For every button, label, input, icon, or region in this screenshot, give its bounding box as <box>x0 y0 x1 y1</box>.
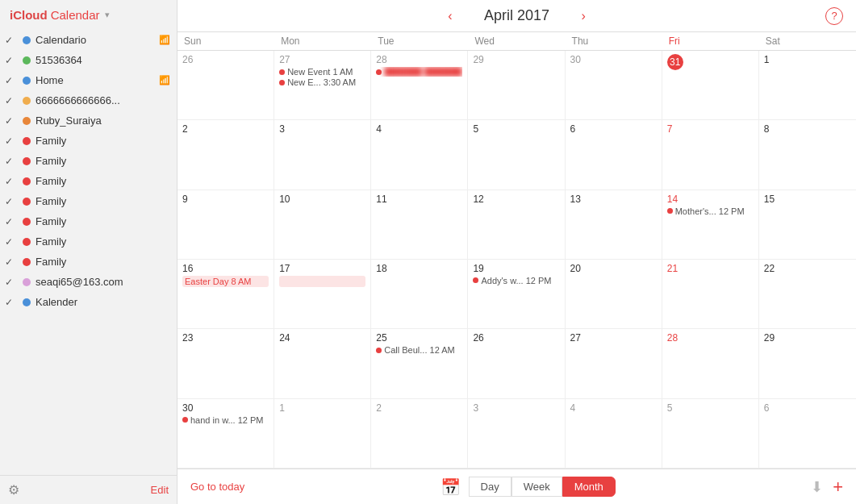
day-cell[interactable]: 28██████ ██████ <box>371 51 468 119</box>
day-cell[interactable]: 27New Event 1 AMNew E... 3:30 AM <box>274 51 371 119</box>
calendar-icon[interactable]: 📅 <box>441 477 461 497</box>
day-cell[interactable]: 5 <box>662 399 759 468</box>
day-cell[interactable]: 25Call Beul... 12 AM <box>371 329 468 398</box>
gear-icon[interactable]: ⚙ <box>8 482 19 498</box>
chevron-down-icon[interactable]: ▾ <box>105 10 110 20</box>
sidebar-item-ruby[interactable]: ✓ Ruby_Suraiya <box>0 110 177 131</box>
event[interactable]: ██████ ██████ <box>376 67 462 77</box>
day-cell[interactable]: 18 <box>371 260 468 328</box>
day-cell[interactable]: 2 <box>371 399 468 468</box>
sidebar-item-label: Family <box>35 195 170 207</box>
sidebar-item-calendario[interactable]: ✓ Calendario 📶 <box>0 30 177 50</box>
sidebar-item-seaqi[interactable]: ✓ seaqi65@163.com <box>0 272 177 292</box>
week-view-button[interactable]: Week <box>512 477 562 497</box>
day-cell[interactable]: 3 <box>468 399 565 468</box>
day-number: 15 <box>764 194 851 205</box>
add-event-button[interactable]: + <box>833 477 843 498</box>
event[interactable]: hand in w... 12 PM <box>182 415 269 425</box>
event[interactable]: Mother's... 12 PM <box>667 206 754 216</box>
day-cell[interactable]: 19Addy's w... 12 PM <box>468 260 565 328</box>
sidebar-item-family7[interactable]: ✓ Family <box>0 252 177 272</box>
check-icon: ✓ <box>5 297 18 308</box>
day-number: 4 <box>570 402 657 414</box>
event[interactable]: Easter Day 8 AM <box>182 276 269 287</box>
day-cell[interactable]: 8 <box>759 120 856 189</box>
month-view-button[interactable]: Month <box>562 477 616 497</box>
sidebar-item-family4[interactable]: ✓ Family <box>0 191 177 211</box>
day-cell[interactable]: 30 <box>566 51 662 119</box>
event[interactable]: New Event 1 AM <box>279 67 365 77</box>
day-cell[interactable]: 29 <box>759 329 856 398</box>
day-cell[interactable]: 1 <box>759 51 856 119</box>
calendar-brand: Calendar <box>51 8 100 22</box>
calendar-dot <box>23 77 31 85</box>
day-cell[interactable]: 1 <box>274 399 371 468</box>
week-row-3: 16Easter Day 8 AM171819Addy's w... 12 PM… <box>177 260 856 329</box>
download-icon[interactable]: ⬇ <box>811 478 823 496</box>
day-cell[interactable]: 13 <box>566 190 662 259</box>
day-cell[interactable]: 6 <box>566 120 662 189</box>
sidebar-item-family2[interactable]: ✓ Family <box>0 151 177 171</box>
sidebar-item-66666[interactable]: ✓ 6666666666666... <box>0 90 177 110</box>
sidebar-item-family6[interactable]: ✓ Family <box>0 231 177 252</box>
calendar-dot <box>23 157 31 165</box>
sidebar-item-family5[interactable]: ✓ Family <box>0 211 177 231</box>
sidebar-header: iCloud Calendar ▾ <box>0 0 177 27</box>
sidebar-item-label: 51536364 <box>35 54 170 66</box>
day-cell[interactable]: 31 <box>662 51 759 119</box>
help-button[interactable]: ? <box>825 7 843 25</box>
day-cell[interactable]: 15 <box>759 190 856 259</box>
sidebar-item-family3[interactable]: ✓ Family <box>0 171 177 191</box>
day-cell[interactable]: 29 <box>468 51 565 119</box>
event-text: hand in w... 12 PM <box>190 415 264 425</box>
day-cell[interactable]: 23 <box>177 329 274 398</box>
sidebar-item-home[interactable]: ✓ Home 📶 <box>0 70 177 90</box>
calendar-dot <box>23 56 31 65</box>
day-cell[interactable]: 28 <box>662 329 759 398</box>
day-cell[interactable]: 26 <box>468 329 565 398</box>
event-text: New E... 3:30 AM <box>287 77 356 87</box>
day-cell[interactable]: 14Mother's... 12 PM <box>662 190 759 259</box>
day-cell[interactable]: 4 <box>566 399 662 468</box>
day-cell[interactable]: 6 <box>759 399 856 468</box>
go-to-today-button[interactable]: Go to today <box>190 481 244 493</box>
day-cell[interactable]: 27 <box>566 329 662 398</box>
calendar-dot <box>23 298 31 306</box>
day-headers-row: SunMonTueWedThuFriSat <box>177 32 856 51</box>
day-cell[interactable]: 17 <box>274 260 371 328</box>
day-number: 24 <box>279 332 365 344</box>
day-cell[interactable]: 4 <box>371 120 468 189</box>
day-cell[interactable]: 30hand in w... 12 PM <box>177 399 274 468</box>
event-text: Call Beul... 12 AM <box>384 345 454 355</box>
day-cell[interactable]: 5 <box>468 120 565 189</box>
sidebar-item-kalender[interactable]: ✓ Kalender <box>0 292 177 312</box>
day-cell[interactable]: 12 <box>468 190 565 259</box>
day-cell[interactable]: 3 <box>274 120 371 189</box>
sidebar-item-family1[interactable]: ✓ Family <box>0 131 177 151</box>
prev-month-button[interactable]: ‹ <box>440 9 460 23</box>
day-cell[interactable]: 10 <box>274 190 371 259</box>
day-view-button[interactable]: Day <box>469 477 512 497</box>
day-cell[interactable]: 24 <box>274 329 371 398</box>
event[interactable]: New E... 3:30 AM <box>279 77 365 87</box>
event-dot <box>279 80 285 85</box>
day-cell[interactable]: 2 <box>177 120 274 189</box>
week-row-0: 2627New Event 1 AMNew E... 3:30 AM28████… <box>177 51 856 120</box>
day-cell[interactable]: 20 <box>566 260 662 328</box>
day-cell[interactable]: 16Easter Day 8 AM <box>177 260 274 328</box>
edit-button[interactable]: Edit <box>151 484 169 496</box>
next-month-button[interactable]: › <box>574 9 594 23</box>
day-number: 1 <box>764 54 851 65</box>
day-cell[interactable]: 22 <box>759 260 856 328</box>
day-cell[interactable]: 7 <box>662 120 759 189</box>
day-cell[interactable]: 11 <box>371 190 468 259</box>
week-row-5: 30hand in w... 12 PM123456 <box>177 399 856 469</box>
day-cell[interactable]: 21 <box>662 260 759 328</box>
day-cell[interactable]: 26 <box>177 51 274 119</box>
day-cell[interactable]: 9 <box>177 190 274 259</box>
sidebar-item-51536364[interactable]: ✓ 51536364 <box>0 50 177 70</box>
event[interactable] <box>279 276 365 287</box>
day-number: 3 <box>279 123 365 135</box>
event[interactable]: Addy's w... 12 PM <box>473 276 559 285</box>
event[interactable]: Call Beul... 12 AM <box>376 345 462 355</box>
